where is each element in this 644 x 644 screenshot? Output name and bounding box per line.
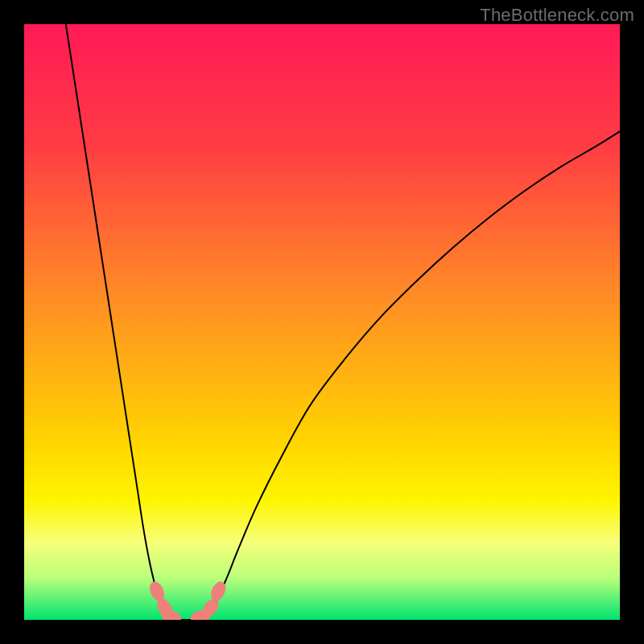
- watermark-label: TheBottleneck.com: [480, 5, 634, 26]
- chart-background: [24, 24, 620, 620]
- chart-plot: [24, 24, 620, 620]
- chart-frame: TheBottleneck.com: [0, 0, 644, 644]
